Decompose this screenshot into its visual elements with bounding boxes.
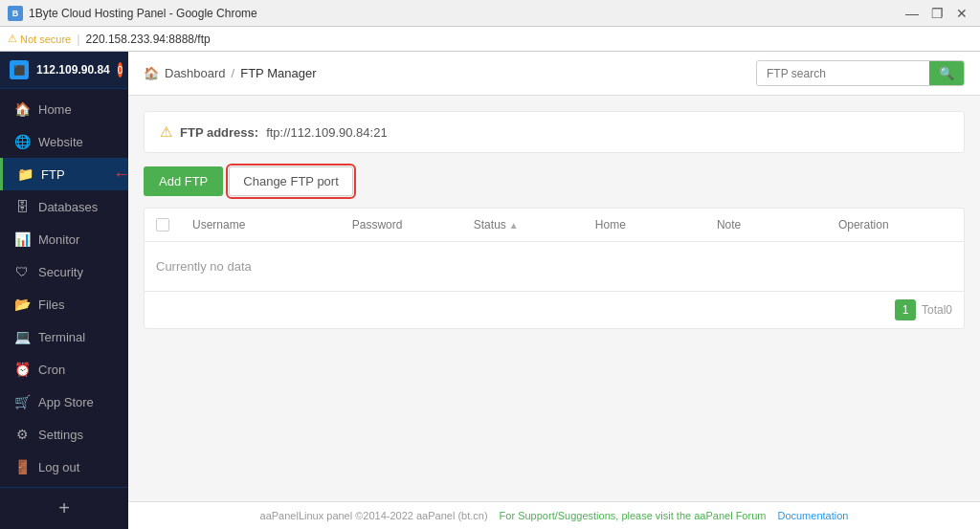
select-all-checkbox[interactable] [156,218,185,231]
table-empty-message: Currently no data [145,242,964,291]
sidebar-item-terminal[interactable]: 💻 Terminal [0,320,128,353]
main-content: 🏠 Dashboard / FTP Manager 🔍 ⚠ FTP addres… [128,52,980,529]
sidebar-item-databases-label: Databases [38,200,98,214]
sidebar-item-security[interactable]: 🛡 Security [0,255,128,288]
add-server-button[interactable]: + [58,497,70,519]
footer-docs-link[interactable]: Documentation [777,510,848,521]
sidebar-item-files[interactable]: 📂 Files [0,288,128,320]
action-bar: Add FTP Change FTP port [144,166,965,196]
logout-icon: 🚪 [13,459,31,474]
minimize-button[interactable]: — [902,5,923,22]
sidebar-item-files-label: Files [38,298,64,312]
sidebar-item-appstore-label: App Store [38,395,94,409]
sidebar-item-security-label: Security [38,265,83,279]
sidebar-item-logout-label: Log out [38,460,79,474]
sidebar: ⬛ 112.109.90.84 0 🏠 Home 🌐 Website 📁 FTP… [0,52,128,529]
page-number[interactable]: 1 [895,299,916,320]
sidebar-item-website-label: Website [38,135,83,149]
footer-support-link[interactable]: For Support/Suggestions, please visit th… [500,510,767,521]
sidebar-item-home-label: Home [38,102,72,117]
sidebar-item-appstore[interactable]: 🛒 App Store [0,386,128,418]
table-header: Username Password Status ▲ Home Note [145,209,964,242]
settings-icon: ⚙ [13,427,31,442]
search-input[interactable] [757,62,929,85]
appstore-icon: 🛒 [13,394,31,409]
ftp-info-box: ⚠ FTP address: ftp://112.109.90.84:21 [144,111,965,153]
add-ftp-button[interactable]: Add FTP [144,166,223,196]
sidebar-header: ⬛ 112.109.90.84 0 [0,52,128,89]
sidebar-item-cron[interactable]: ⏰ Cron [0,353,128,386]
ftp-icon: 📁 [16,166,33,182]
sidebar-footer: + [0,487,128,529]
terminal-icon: 💻 [13,329,31,344]
website-icon: 🌐 [13,134,31,149]
ftp-info-address: ftp://112.109.90.84:21 [266,125,388,140]
security-icon: 🛡 [13,264,31,279]
sidebar-item-ftp-label: FTP [41,167,65,182]
search-button[interactable]: 🔍 [929,61,964,85]
col-password: Password [352,218,466,231]
sidebar-item-home[interactable]: 🏠 Home [0,93,128,125]
sidebar-item-settings[interactable]: ⚙ Settings [0,418,128,451]
sidebar-item-website[interactable]: 🌐 Website [0,125,128,158]
col-operation: Operation [838,218,952,231]
sidebar-item-monitor-label: Monitor [38,232,79,247]
sidebar-item-ftp[interactable]: 📁 FTP ← [0,158,128,190]
sidebar-item-cron-label: Cron [38,363,65,377]
address-url[interactable]: 220.158.233.94:8888/ftp [86,33,211,46]
sort-icon: ▲ [509,220,519,231]
maximize-button[interactable]: ❐ [926,5,947,22]
breadcrumb-separator: / [232,66,235,80]
window-title: 1Byte Cloud Hosting Panel - Google Chrom… [29,7,902,20]
footer-copyright: aaPanelLinux panel ©2014-2022 aaPanel (b… [260,510,488,521]
total-count: Total0 [922,303,952,317]
content-area: ⚠ FTP address: ftp://112.109.90.84:21 Ad… [128,96,980,501]
col-status[interactable]: Status ▲ [474,218,588,231]
col-username: Username [192,218,345,231]
sidebar-item-settings-label: Settings [38,428,83,442]
monitor-icon: 📊 [13,231,31,247]
home-breadcrumb-icon: 🏠 [144,66,159,80]
change-ftp-port-button[interactable]: Change FTP port [229,166,352,196]
close-button[interactable]: ✕ [951,5,972,22]
security-warning: ⚠ Not secure [8,33,71,45]
ftp-arrow-icon: ← [113,165,128,185]
col-note: Note [717,218,831,231]
sidebar-nav: 🏠 Home 🌐 Website 📁 FTP ← 🗄 Databases 📊 [0,89,128,487]
app-body: ⬛ 112.109.90.84 0 🏠 Home 🌐 Website 📁 FTP… [0,52,980,529]
sidebar-item-logout[interactable]: 🚪 Log out [0,451,128,483]
address-bar: ⚠ Not secure | 220.158.233.94:8888/ftp [0,27,980,52]
breadcrumb-current: FTP Manager [240,66,316,80]
files-icon: 📂 [13,297,31,312]
search-box: 🔍 [756,60,965,86]
browser-icon: B [8,6,23,21]
notification-badge: 0 [118,62,123,77]
warning-icon: ⚠ [8,33,17,45]
server-ip: 112.109.90.84 [36,63,110,77]
databases-icon: 🗄 [13,199,31,214]
breadcrumb-home[interactable]: Dashboard [165,66,226,80]
topbar: 🏠 Dashboard / FTP Manager 🔍 [128,52,980,96]
ftp-info-label: FTP address: [180,125,258,140]
titlebar: B 1Byte Cloud Hosting Panel - Google Chr… [0,0,980,27]
cron-icon: ⏰ [13,362,31,377]
sidebar-item-terminal-label: Terminal [38,330,85,344]
window-controls: — ❐ ✕ [902,5,972,22]
table-footer: 1 Total0 [145,291,964,328]
info-warning-icon: ⚠ [160,123,172,141]
ftp-table: Username Password Status ▲ Home Note [144,208,965,329]
home-icon: 🏠 [13,101,31,117]
server-icon: ⬛ [10,60,29,79]
sidebar-item-databases[interactable]: 🗄 Databases [0,190,128,223]
breadcrumb: 🏠 Dashboard / FTP Manager [144,66,748,80]
footer: aaPanelLinux panel ©2014-2022 aaPanel (b… [128,501,980,529]
col-home: Home [595,218,709,231]
sidebar-item-monitor[interactable]: 📊 Monitor [0,223,128,255]
